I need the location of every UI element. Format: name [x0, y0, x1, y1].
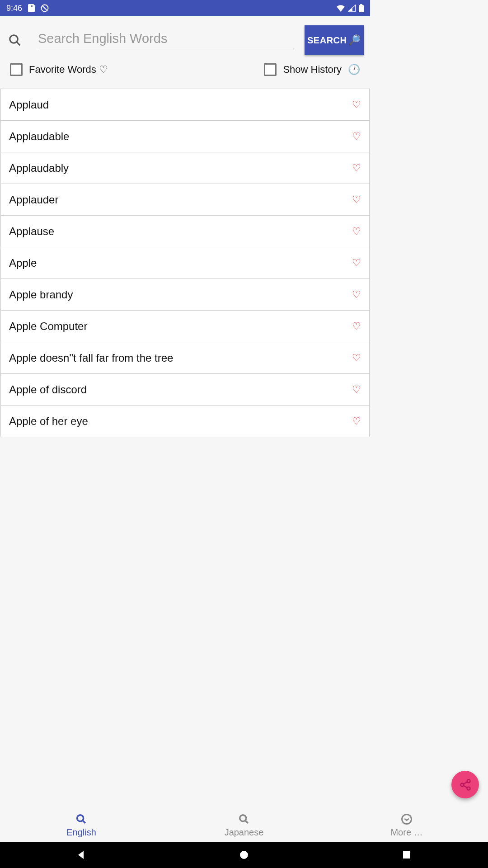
- search-icon: [8, 33, 22, 47]
- status-bar: 9:46: [0, 0, 370, 16]
- history-checkbox[interactable]: [264, 63, 277, 76]
- list-item[interactable]: Applause♡: [1, 216, 369, 247]
- list-item[interactable]: Applauder♡: [1, 184, 369, 216]
- word-text: Applause: [9, 225, 54, 238]
- list-item[interactable]: Applaud♡: [1, 89, 369, 121]
- svg-point-3: [10, 35, 18, 43]
- list-item[interactable]: Applaudably♡: [1, 152, 369, 184]
- status-time: 9:46: [6, 4, 22, 13]
- heart-icon[interactable]: ♡: [352, 321, 361, 332]
- search-button[interactable]: SEARCH 🔎: [305, 25, 364, 55]
- show-history-filter[interactable]: Show History 🕐: [264, 63, 360, 76]
- list-item[interactable]: Apple of discord♡: [1, 374, 369, 406]
- heart-icon[interactable]: ♡: [352, 194, 361, 206]
- list-item[interactable]: Apple brandy♡: [1, 279, 369, 311]
- word-text: Apple doesn"t fall far from the tree: [9, 352, 173, 364]
- list-item[interactable]: Apple doesn"t fall far from the tree♡: [1, 342, 369, 374]
- heart-icon[interactable]: ♡: [352, 162, 361, 174]
- word-text: Apple Computer: [9, 320, 87, 333]
- signal-icon: [348, 5, 356, 12]
- svg-rect-1: [359, 5, 364, 12]
- heart-icon[interactable]: ♡: [352, 352, 361, 364]
- heart-icon[interactable]: ♡: [352, 415, 361, 427]
- list-item[interactable]: Apple♡: [1, 247, 369, 279]
- svg-rect-2: [360, 4, 362, 5]
- do-not-disturb-icon: [40, 4, 49, 13]
- heart-icon[interactable]: ♡: [352, 131, 361, 142]
- word-text: Applaudable: [9, 130, 69, 143]
- word-text: Apple of her eye: [9, 415, 88, 428]
- word-text: Applaudably: [9, 162, 69, 175]
- favorite-label: Favorite Words ♡: [29, 64, 108, 75]
- search-area: SEARCH 🔎 Favorite Words ♡ Show History 🕐: [0, 16, 370, 89]
- word-text: Apple of discord: [9, 383, 87, 396]
- clock-icon: 🕐: [348, 64, 360, 75]
- wifi-icon: [336, 5, 345, 12]
- heart-icon[interactable]: ♡: [352, 384, 361, 396]
- heart-icon[interactable]: ♡: [352, 289, 361, 301]
- word-list: Applaud♡ Applaudable♡ Applaudably♡ Appla…: [0, 89, 370, 437]
- word-text: Apple brandy: [9, 288, 73, 301]
- favorite-checkbox[interactable]: [10, 63, 23, 76]
- history-label: Show History: [283, 64, 342, 75]
- favorite-words-filter[interactable]: Favorite Words ♡: [10, 63, 108, 76]
- heart-icon[interactable]: ♡: [352, 257, 361, 269]
- magnifier-icon: 🔎: [348, 34, 361, 46]
- word-text: Applaud: [9, 99, 49, 111]
- search-button-label: SEARCH: [307, 35, 347, 46]
- list-item[interactable]: Apple Computer♡: [1, 311, 369, 342]
- list-item[interactable]: Applaudable♡: [1, 121, 369, 152]
- heart-icon[interactable]: ♡: [352, 99, 361, 111]
- list-item[interactable]: Apple of her eye♡: [1, 406, 369, 437]
- battery-icon: [359, 4, 364, 12]
- word-text: Applauder: [9, 193, 58, 206]
- sd-card-icon: [28, 4, 35, 12]
- word-text: Apple: [9, 257, 37, 269]
- search-input[interactable]: [38, 31, 294, 46]
- heart-icon[interactable]: ♡: [352, 226, 361, 237]
